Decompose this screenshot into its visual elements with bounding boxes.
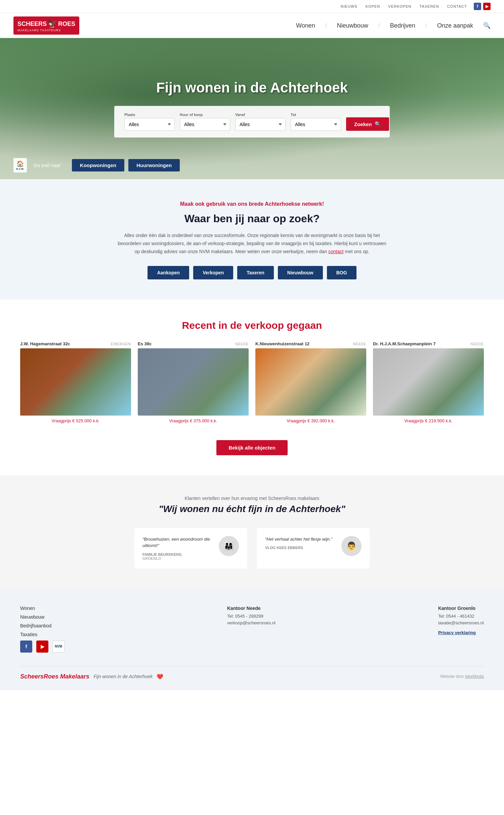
info-body: Alles onder één dak is onderdeel van onz… (118, 232, 386, 256)
property-image-4[interactable] (373, 348, 484, 416)
logo[interactable]: SCHEERS 🦅 ROES MAKELAARS TAXATEURS (13, 16, 79, 35)
search-select-vanaf[interactable]: Alles (235, 118, 286, 131)
view-all-button[interactable]: Bekijk alle objecten (216, 440, 287, 455)
property-header-1: J.W. Hagemanstraat 32c EIBERGEN (20, 341, 131, 346)
property-card-1: J.W. Hagemanstraat 32c EIBERGEN Vraagpri… (20, 341, 131, 423)
footer-bottom: ScheersRoes Makelaars Fijn wonen in de A… (20, 666, 484, 680)
nav-separator-3: / (425, 22, 427, 29)
footer: Wonen Nieuwbouw Bedrijfsaanbod Taxaties … (0, 589, 504, 690)
property-image-2[interactable] (138, 348, 249, 416)
property-city-1: EIBERGEN (111, 342, 131, 346)
property-city-3: NEEDE (353, 342, 366, 346)
property-image-1[interactable] (20, 348, 131, 416)
footer-office-groenlo-name: Kantoor Groenlo (438, 606, 484, 611)
btn-verkopen[interactable]: Verkopen (193, 266, 233, 279)
property-street-4: Dr. H.J.A.M.Schaepmanplein 7 (373, 341, 435, 346)
footer-credit-link[interactable]: IdeeMedia (465, 674, 484, 679)
btn-aankopen[interactable]: Aankopen (148, 266, 189, 279)
nvm-house-icon: 🏠 (16, 160, 24, 167)
property-header-3: K.Nieuwenhuizenstraat 12 NEEDE (255, 341, 366, 346)
logo-scheers: SCHEERS (17, 21, 47, 28)
nav-nieuwbouw[interactable]: Nieuwbouw (337, 22, 368, 29)
info-section: Maak ook gebruik van ons brede Achterhoe… (0, 179, 504, 300)
testimonials-grid: Brouwhuizen, een woondroom die uitkomt! … (134, 528, 370, 569)
nav-kopen[interactable]: KOPEN (366, 4, 380, 8)
btn-taxeren[interactable]: Taxeren (237, 266, 274, 279)
search-select-tot[interactable]: Alles (291, 118, 341, 131)
nav-onze-aanpak[interactable]: Onze aanpak (437, 22, 473, 29)
properties-grid: J.W. Hagemanstraat 32c EIBERGEN Vraagpri… (20, 341, 484, 423)
privacy-link[interactable]: Privacy verklaring (438, 630, 484, 635)
nav-separator-1: / (325, 22, 327, 29)
quick-link-huurwoningen[interactable]: Huurwoningen (128, 159, 180, 171)
footer-office-neede-tel: Tel: 0545 - 288299 (227, 613, 276, 620)
footer-brand-name: ScheersRoes Makelaars (20, 673, 89, 680)
contact-link[interactable]: contact (328, 249, 343, 254)
nav-nieuws[interactable]: NIEUWS (341, 4, 358, 8)
facebook-icon[interactable]: f (474, 3, 481, 10)
property-header-2: Es 39c NEEDE (138, 341, 249, 346)
btn-bog[interactable]: BOG (327, 266, 356, 279)
search-icon[interactable]: 🔍 (483, 22, 491, 29)
search-button[interactable]: Zoeken 🔍 (346, 117, 389, 131)
testimonial-name-1: FAMILIE BEURSKENS, (142, 552, 213, 556)
search-label-huur-koop: Huur of koop (180, 113, 230, 117)
footer-office-neede-email: verkoop@scheersroes.nl (227, 620, 276, 627)
property-price-4: Vraagprijs € 219.500 k.k. (373, 418, 484, 423)
testimonial-card-2: Het verhaal achter het flesje wijn. VLOG… (257, 528, 370, 569)
footer-brand: ScheersRoes Makelaars Fijn wonen in de A… (20, 673, 163, 680)
footer-link-wonen[interactable]: Wonen (20, 606, 65, 611)
footer-youtube-icon[interactable]: ▶ (36, 641, 48, 653)
property-card-4: Dr. H.J.A.M.Schaepmanplein 7 NEEDE Vraag… (373, 341, 484, 423)
nav-verkopen[interactable]: VERKOPEN (388, 4, 411, 8)
quick-link-koopwoningen[interactable]: Koopwoningen (72, 159, 124, 171)
search-select-plaats[interactable]: Alles (124, 118, 175, 131)
search-select-huur-koop[interactable]: Alles (180, 118, 230, 131)
social-links: f ▶ (474, 3, 491, 10)
logo-bird-icon: 🦅 (47, 19, 57, 29)
hero-bottom: 🏠 NVM Ga snel naar: Koopwoningen Huurwon… (13, 158, 491, 172)
info-subtitle: Maak ook gebruik van ons brede Achterhoe… (118, 199, 386, 208)
property-image-3[interactable] (255, 348, 366, 416)
main-nav: SCHEERS 🦅 ROES MAKELAARS TAXATEURS Wonen… (0, 13, 504, 38)
testimonial-type-1: GROENLO (142, 556, 213, 560)
info-title: Waar ben jij naar op zoek? (67, 212, 437, 225)
nav-taxeren[interactable]: TAXEREN (420, 4, 439, 8)
youtube-icon[interactable]: ▶ (483, 3, 491, 10)
footer-brand-tagline: Fijn wonen in de Achterhoek (93, 674, 153, 679)
footer-credit: Website door IdeeMedia (440, 674, 484, 679)
footer-link-taxaties[interactable]: Taxaties (20, 632, 65, 637)
testimonial-quote-2: Het verhaal achter het flesje wijn. (265, 536, 336, 543)
ga-snel-naar-label: Ga snel naar: (34, 163, 62, 168)
search-label-tot: Tot (291, 113, 341, 117)
footer-link-bedrijfsaanbod[interactable]: Bedrijfsaanbod (20, 623, 65, 628)
footer-nav: Wonen Nieuwbouw Bedrijfsaanbod Taxaties (20, 606, 65, 637)
btn-nieuwbouw[interactable]: Nieuwbouw (278, 266, 323, 279)
footer-facebook-icon[interactable]: f (20, 641, 32, 653)
nav-bedrijven[interactable]: Bedrijven (390, 22, 415, 29)
search-field-huur-koop: Huur of koop Alles (180, 113, 230, 131)
testimonial-content-2: Het verhaal achter het flesje wijn. VLOG… (265, 536, 336, 550)
property-header-4: Dr. H.J.A.M.Schaepmanplein 7 NEEDE (373, 341, 484, 346)
nvm-badge: 🏠 NVM (13, 158, 27, 172)
property-price-3: Vraagprijs € 392.000 k.k. (255, 418, 366, 423)
footer-link-nieuwbouw[interactable]: Nieuwbouw (20, 614, 65, 620)
footer-office-neede: Kantoor Neede Tel: 0545 - 288299 verkoop… (227, 606, 276, 653)
search-field-tot: Tot Alles (291, 113, 341, 131)
footer-office-groenlo-email: taxatie@scheersroes.nl (438, 620, 484, 627)
heart-icon: ❤️ (157, 673, 163, 680)
logo-roes: ROES (58, 21, 75, 28)
property-street-2: Es 39c (138, 341, 152, 346)
nav-wonen[interactable]: Wonen (296, 22, 315, 29)
search-field-vanaf: Vanaf Alles (235, 113, 286, 131)
footer-office-groenlo: Kantoor Groenlo Tel: 0544 - 461432 taxat… (438, 606, 484, 653)
quick-links: Koopwoningen Huurwoningen (72, 159, 180, 171)
nav-contact[interactable]: CONTACT (447, 4, 467, 8)
action-buttons: Aankopen Verkopen Taxeren Nieuwbouw BOG (67, 266, 437, 279)
testimonial-name-2: VLOG KEES EBBERS (265, 546, 336, 550)
footer-nvm-icon: NVM (52, 641, 65, 653)
hero-title: Fijn wonen in de Achterhoek (156, 80, 348, 96)
search-label-vanaf: Vanaf (235, 113, 286, 117)
testimonials-section: Klanten vertellen over hun ervaring met … (0, 475, 504, 589)
footer-office-groenlo-tel: Tel: 0544 - 461432 (438, 613, 484, 620)
